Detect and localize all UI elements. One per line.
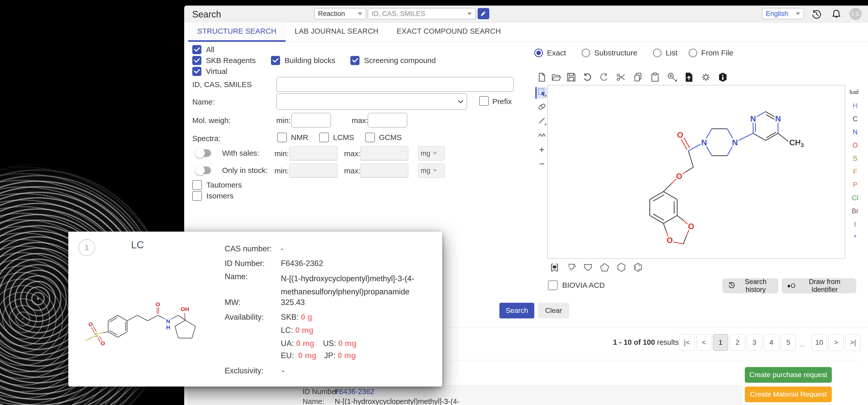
last-page-button[interactable]: >|: [845, 334, 861, 351]
undo-button[interactable]: [581, 71, 594, 84]
element-I[interactable]: I: [847, 218, 863, 231]
checkbox-all[interactable]: [192, 45, 202, 54]
open-button[interactable]: [551, 72, 562, 83]
element-P[interactable]: P: [847, 178, 863, 191]
checkbox-nmr[interactable]: [277, 133, 287, 142]
radio-substructure[interactable]: [582, 49, 590, 57]
search-button[interactable]: Search: [499, 303, 534, 318]
redo-button[interactable]: [597, 71, 611, 84]
checkbox-tautomers[interactable]: [192, 180, 202, 190]
element-H[interactable]: H: [847, 99, 863, 112]
search-history-button[interactable]: Search history: [722, 279, 778, 293]
only-in-stock-max-input[interactable]: [360, 164, 408, 178]
checkbox-biovia-acd[interactable]: [548, 281, 558, 290]
avatar[interactable]: t S: [849, 8, 862, 20]
checkbox-prefix[interactable]: [479, 96, 489, 106]
cut-button[interactable]: [615, 71, 628, 84]
cyclopentadiene-template-button[interactable]: [581, 261, 594, 274]
prev-page-button[interactable]: <: [696, 334, 711, 351]
settings-button[interactable]: [699, 71, 712, 84]
only-in-stock-unit-select[interactable]: mg: [418, 164, 445, 178]
first-page-button[interactable]: |<: [679, 334, 694, 351]
element-C[interactable]: C: [847, 112, 863, 125]
element-N[interactable]: N: [847, 125, 863, 139]
element-O[interactable]: O: [847, 139, 863, 152]
cyclohexane-template-button[interactable]: [615, 261, 628, 274]
element-Br[interactable]: Br: [847, 205, 863, 218]
import-structure-button[interactable]: [682, 71, 695, 84]
paste-button[interactable]: [648, 71, 661, 84]
element-Cl[interactable]: Cl: [847, 191, 863, 205]
element-F[interactable]: F: [847, 165, 863, 178]
clear-button[interactable]: Clear: [538, 303, 569, 318]
svg-text:H: H: [166, 324, 170, 330]
tab-lab-journal-search[interactable]: LAB JOURNAL SEARCH: [286, 22, 388, 42]
only-in-stock-min-input[interactable]: [289, 164, 338, 178]
structure-canvas[interactable]: N N N N O O O O CH3: [548, 85, 845, 259]
zoom-out-tool[interactable]: −: [535, 158, 547, 170]
only-in-stock-toggle[interactable]: [196, 167, 211, 174]
create-material-request-button[interactable]: Create Material Request: [745, 386, 832, 402]
page-button-1[interactable]: 1: [713, 334, 728, 351]
result-card: 1 LC CAS number: - ID Number: F6436-2362…: [68, 232, 442, 386]
zoom-reset-button[interactable]: [665, 71, 679, 84]
with-sales-max-input[interactable]: [360, 146, 408, 161]
pyrrole-template-button[interactable]: N: [565, 261, 578, 274]
copy-button[interactable]: [631, 71, 645, 84]
chain-tool[interactable]: [535, 129, 547, 141]
id-cas-smiles-input[interactable]: [276, 77, 514, 92]
benzene-template-button[interactable]: [631, 261, 645, 274]
create-purchase-request-button[interactable]: Create purchase request: [745, 367, 832, 383]
only-in-stock-row: Only in stock:: [196, 166, 268, 175]
element-any[interactable]: *: [847, 231, 863, 244]
new-document-button[interactable]: [537, 72, 547, 83]
search-by-select[interactable]: ID, CAS, SMILES: [368, 8, 476, 19]
page-button-2[interactable]: 2: [730, 334, 745, 351]
mol-weigh-min-input[interactable]: [291, 113, 331, 127]
mw-row: MW:: [225, 298, 241, 307]
notifications-button[interactable]: [831, 9, 842, 20]
selection-tool[interactable]: [535, 87, 547, 99]
language-select[interactable]: English: [762, 8, 804, 19]
draw-from-identifier-button[interactable]: ●O Draw from Identifier: [782, 279, 856, 293]
with-sales-min-input[interactable]: [289, 146, 338, 161]
abbreviation-template-button[interactable]: [548, 261, 561, 274]
checkbox-lcms[interactable]: [319, 133, 329, 142]
with-sales-unit-select[interactable]: mg: [418, 146, 445, 161]
with-sales-toggle[interactable]: [196, 149, 211, 157]
radio-exact[interactable]: [534, 49, 543, 57]
eraser-icon: [537, 102, 547, 112]
bond-tool[interactable]: [535, 115, 547, 127]
zoom-in-tool[interactable]: +: [535, 144, 547, 155]
next-page-button[interactable]: >: [829, 334, 844, 351]
checkbox-virtual[interactable]: [192, 67, 202, 76]
periodic-table-button[interactable]: [847, 86, 861, 99]
checkbox-skb-reagents[interactable]: [192, 56, 202, 65]
result-id-link[interactable]: F6436-2362: [335, 387, 374, 396]
name-select[interactable]: [276, 93, 467, 110]
new-document-icon: [537, 73, 547, 83]
radio-from-file[interactable]: [689, 49, 697, 57]
radio-list[interactable]: [653, 49, 661, 57]
page-button-3[interactable]: 3: [747, 334, 762, 351]
checkbox-building-blocks[interactable]: [271, 56, 280, 65]
page-button-5[interactable]: 5: [781, 334, 796, 351]
result-row[interactable]: ID Number: F6436-2362 Name: N-[(1-hydrox…: [187, 385, 743, 405]
checkbox-screening-compound[interactable]: [350, 56, 360, 65]
checkbox-gcms[interactable]: [365, 133, 375, 142]
draw-structure-button[interactable]: [478, 8, 489, 19]
search-type-select[interactable]: Reaction: [314, 8, 366, 19]
save-button[interactable]: [566, 72, 577, 83]
element-S[interactable]: S: [847, 152, 863, 165]
mol-weigh-max-input[interactable]: [368, 113, 407, 127]
tab-structure-search[interactable]: STRUCTURE SEARCH: [188, 22, 286, 42]
checkbox-isomers[interactable]: [192, 191, 202, 201]
history-button[interactable]: [811, 9, 822, 20]
tab-exact-compound-search[interactable]: EXACT COMPOUND SEARCH: [388, 22, 510, 42]
cyclopentane-template-button[interactable]: [598, 261, 611, 274]
info-button[interactable]: [716, 71, 730, 84]
eraser-tool[interactable]: [535, 101, 547, 113]
page-button-10[interactable]: 10: [812, 334, 827, 351]
card-id-link[interactable]: F6436-2362: [281, 259, 323, 268]
page-button-4[interactable]: 4: [764, 334, 779, 351]
